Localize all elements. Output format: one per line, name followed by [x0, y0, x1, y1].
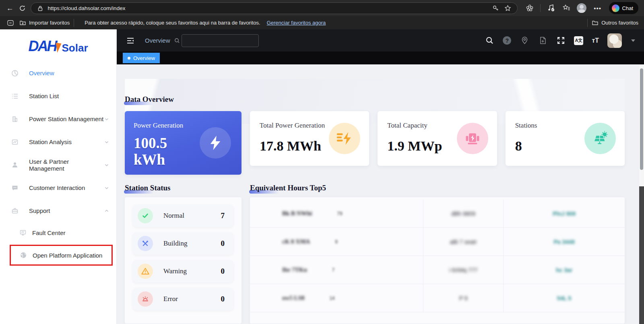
monitor-chart-icon: [19, 229, 27, 236]
solar-panel-icon: [584, 123, 616, 154]
app-header: Overview ?: [117, 29, 644, 52]
total-capacity-card[interactable]: Total Capacity 1.9 MWp: [378, 111, 497, 166]
sidebar-item-open-platform-application[interactable]: Open Platform Application: [10, 245, 113, 266]
back-icon[interactable]: ←: [6, 2, 14, 14]
redacted-station-name: Bk B NWhi: [282, 210, 312, 217]
redacted-value: P 9: [459, 295, 468, 301]
other-favorites-button[interactable]: Outros favoritos: [592, 19, 638, 26]
section-title-data-overview: Data Overview: [125, 95, 174, 104]
divider: [74, 19, 74, 27]
chevron-down-icon: [104, 186, 109, 190]
settings-menu-icon[interactable]: •••: [592, 2, 603, 14]
divider: [587, 19, 588, 27]
redacted-link: 54L 5: [557, 295, 572, 301]
stations-card[interactable]: Stations 8: [506, 111, 625, 166]
screen: ← https://cloud.dahsolar.com/index: [0, 0, 644, 324]
status-label: Normal: [163, 212, 184, 220]
logo-wedge-icon: [55, 43, 62, 53]
add-document-icon[interactable]: [538, 36, 547, 45]
sidebar-item-fault-center[interactable]: Fault Center: [0, 222, 116, 243]
location-pin-icon[interactable]: [520, 36, 529, 45]
tab-overview[interactable]: Overview: [123, 53, 160, 63]
redacted-value: dBh 9809: [451, 210, 475, 217]
total-power-generation-card[interactable]: Total Power Generation 17.8 MWh: [250, 111, 369, 166]
table-row[interactable]: Bk B NWhi79 dBh 9809 PlnJ 909: [250, 200, 625, 228]
status-label: Warning: [163, 267, 187, 275]
sidebar-item-support[interactable]: Support: [0, 199, 116, 222]
import-folder-icon: [19, 19, 26, 26]
status-value: 7: [221, 211, 225, 220]
sidebar: DAH Solar Overview Station List: [0, 29, 117, 324]
scrollbar-thumb[interactable]: [640, 68, 643, 170]
translate-icon[interactable]: A文: [574, 36, 583, 45]
logo-solar-text: Solar: [62, 43, 88, 53]
table-row[interactable]: cK 8 XMA9 aBi 7 seatr Pa 3448: [250, 228, 625, 256]
section-title-equivalent-hours: Equivalent Hours Top5: [250, 184, 326, 192]
tools-icon: [138, 236, 153, 251]
copilot-icon: [612, 4, 619, 12]
status-row-warning[interactable]: Warning 0: [133, 260, 233, 283]
redacted-value: i 6XMq 777: [449, 267, 478, 273]
table-row[interactable]: Ihr 7TKu7 i 6XMq 777 hc 3ar: [250, 256, 625, 284]
global-search-icon[interactable]: [485, 36, 494, 45]
url-text[interactable]: https://cloud.dahsolar.com/index: [48, 5, 488, 11]
sidebar-item-overview[interactable]: Overview: [0, 62, 116, 85]
section-title-station-status: Station Status: [125, 184, 171, 192]
redacted-station-name: ow5 LS8: [282, 295, 304, 301]
media-control-icon[interactable]: [546, 3, 556, 13]
list-icon: [11, 93, 19, 100]
collapse-sidebar-icon[interactable]: [126, 36, 135, 45]
sidebar-item-label: User & Partner Management: [29, 158, 104, 172]
sidebar-item-label: Station List: [29, 93, 59, 99]
status-row-normal[interactable]: Normal 7: [133, 204, 233, 227]
status-row-building[interactable]: Building 0: [133, 232, 233, 255]
divider: [540, 4, 541, 12]
chat-bubble-icon: [11, 184, 19, 192]
dashboard-content: Data Overview Power Generation 100.5 kWh: [117, 64, 644, 324]
header-search-input[interactable]: [182, 34, 259, 47]
chevron-up-icon: [104, 208, 109, 213]
sidebar-item-station-list[interactable]: Station List: [0, 85, 116, 107]
status-value: 0: [221, 295, 225, 303]
folder-icon: [592, 19, 599, 26]
redacted-value: 14: [329, 295, 334, 301]
building-icon: [11, 116, 19, 123]
favorite-star-icon[interactable]: [504, 4, 512, 12]
browser-profile-avatar[interactable]: [577, 3, 586, 13]
refresh-icon[interactable]: [18, 2, 27, 14]
help-icon[interactable]: ?: [503, 36, 511, 45]
sidebar-item-customer-interaction[interactable]: Customer Interaction: [0, 176, 116, 199]
sidebar-item-label: Power Station Management: [29, 116, 103, 122]
dah-solar-logo: DAH Solar: [0, 29, 116, 54]
manage-favorites-link[interactable]: Gerenciar favoritos agora: [267, 20, 326, 26]
chat-label: Chat: [622, 5, 633, 11]
sidebar-item-user-partner-management[interactable]: User & Partner Management: [0, 153, 116, 176]
collections-icon[interactable]: [561, 3, 571, 13]
copilot-chat-button[interactable]: Chat: [609, 2, 638, 14]
font-size-icon[interactable]: ᴛT: [592, 37, 599, 44]
status-row-error[interactable]: Error 0: [133, 288, 233, 310]
sidebar-item-station-analysis[interactable]: Station Analysis: [0, 130, 116, 153]
import-favorites-button[interactable]: Importar favoritos: [19, 19, 70, 26]
bolt-speed-icon: [329, 123, 360, 154]
other-favorites-label: Outros favoritos: [601, 20, 638, 26]
tab-actions-icon[interactable]: [6, 18, 15, 28]
sidebar-item-label: Support: [29, 207, 50, 214]
warning-icon: [138, 264, 153, 279]
power-generation-card[interactable]: Power Generation 100.5 kWh: [125, 111, 242, 175]
alarm-icon: [138, 291, 153, 307]
fullscreen-icon[interactable]: [556, 36, 566, 45]
avatar-dropdown-caret-icon[interactable]: [631, 39, 635, 42]
browser-essentials-icon[interactable]: [525, 3, 535, 13]
favorites-hint: Para obter acesso rápido, coloque seus f…: [85, 20, 260, 26]
redacted-link: PlnJ 909: [553, 210, 576, 217]
table-row[interactable]: ow5 LS814 P 9 54L 5: [250, 284, 625, 312]
favorites-bar: Importar favoritos Para obter acesso ráp…: [0, 16, 644, 29]
sidebar-item-power-station-management[interactable]: Power Station Management: [0, 107, 116, 130]
user-avatar[interactable]: [607, 33, 622, 48]
password-key-icon[interactable]: [491, 4, 500, 12]
url-bar[interactable]: https://cloud.dahsolar.com/index: [31, 2, 518, 14]
tab-bar: Overview: [117, 52, 644, 64]
status-value: 0: [221, 239, 225, 248]
search-icon: [174, 38, 180, 43]
